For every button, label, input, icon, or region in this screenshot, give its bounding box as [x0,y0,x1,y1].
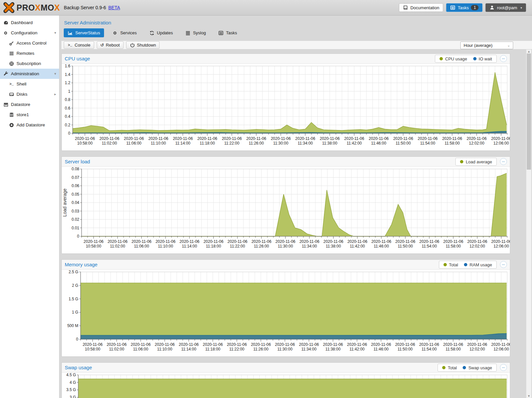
panel-header: Swap usage TotalSwap usage [62,363,510,373]
svg-text:11:02:00: 11:02:00 [109,347,124,351]
shutdown-label: Shutdown [137,43,156,48]
collapse-panel-icon[interactable] [500,261,507,268]
svg-text:11:50:00: 11:50:00 [398,244,413,249]
list-bars-icon [9,51,14,56]
svg-text:11:18:00: 11:18:00 [205,347,220,351]
tab-label: Tasks [226,30,237,35]
documentation-label: Documentation [410,5,439,10]
task-list-icon [218,30,224,36]
svg-text:11:26:00: 11:26:00 [254,244,269,249]
sidebar-item-administration[interactable]: Administration ▾ [0,69,59,79]
collapse-panel-icon[interactable] [500,364,507,371]
task-list-icon [450,5,455,10]
shutdown-button[interactable]: Shutdown [126,41,160,49]
svg-text:2020-11-06: 2020-11-06 [251,342,271,347]
svg-text:0.03: 0.03 [72,209,80,214]
power-icon [130,43,135,48]
svg-text:2020-11-06: 2020-11-06 [203,342,223,347]
sidebar-item-dashboard[interactable]: Dashboard [0,17,59,28]
tab-tasks[interactable]: Tasks [214,28,241,37]
legend-item[interactable]: CPU usage [440,56,467,61]
console-button[interactable]: >_ Console [64,41,94,49]
svg-text:12:02:00: 12:02:00 [470,244,485,249]
sidebar-item-subscription[interactable]: Subscription [0,58,59,69]
documentation-button[interactable]: Documentation [399,3,443,12]
collapse-panel-icon[interactable] [500,55,507,62]
svg-text:11:50:00: 11:50:00 [398,347,413,351]
sidebar-item-disks[interactable]: Disks ▸ [0,89,59,99]
svg-text:12:06:00: 12:06:00 [493,244,509,249]
svg-text:2020-11-06: 2020-11-06 [228,239,248,244]
legend-dot-icon [442,366,445,369]
sidebar-item-shell[interactable]: >_ Shell [0,79,59,89]
sidebar-item-store1[interactable]: store1 [0,110,59,120]
svg-text:2020-11-06: 2020-11-06 [148,136,168,141]
sidebar-item-remotes[interactable]: Remotes [0,48,59,58]
svg-text:2020-11-06: 2020-11-06 [75,136,95,141]
memory-usage-legend: TotalRAM usage [439,261,497,269]
vertical-scrollbar[interactable]: ▲ ▼ [526,50,531,398]
svg-text:1.2: 1.2 [65,81,70,85]
svg-text:11:42:00: 11:42:00 [347,141,362,146]
legend-dot-icon [473,57,477,60]
tab-services[interactable]: Services [109,28,141,37]
svg-text:11:46:00: 11:46:00 [371,141,386,146]
page-title: Server Administration [61,16,532,28]
tasks-button[interactable]: Tasks 1 [446,3,482,12]
beta-link[interactable]: BETA [108,5,120,10]
svg-text:3.5 G: 3.5 G [66,387,76,392]
wrench-icon [3,71,9,77]
svg-text:2020-11-06: 2020-11-06 [124,136,144,141]
sidebar-item-datastore[interactable]: Datastore [0,99,59,110]
svg-text:2020-11-06: 2020-11-06 [371,239,391,244]
sidebar-item-add-datastore[interactable]: Add Datastore [0,120,59,130]
svg-text:11:18:00: 11:18:00 [206,244,221,249]
terminal-icon: >_ [67,43,73,47]
svg-text:11:30:00: 11:30:00 [273,141,288,146]
reboot-button[interactable]: ↺ Reboot [97,41,124,49]
memory-usage-chart: 0500 M1 G1.5 G2 G2.5 G2020-11-0610:58:00… [62,270,510,356]
product-title: Backup Server 0.9-6 [64,5,106,10]
svg-text:11:46:00: 11:46:00 [373,347,389,351]
tab-updates[interactable]: Updates [145,28,177,37]
legend-label: CPU usage [445,56,467,61]
sidebar-item-configuration[interactable]: Configuration ▾ [0,28,59,38]
svg-text:0: 0 [76,337,78,342]
svg-text:0: 0 [77,234,79,239]
server-load-legend: Load average [455,158,497,166]
tab-serverstatus[interactable]: ServerStatus [64,28,104,37]
legend-item[interactable]: Swap usage [463,365,492,370]
svg-text:11:30:00: 11:30:00 [278,244,293,249]
legend-label: Total [448,365,457,370]
scroll-down-icon[interactable]: ▼ [526,394,531,398]
undo-arrow-icon: ↺ [100,43,104,48]
time-range-select[interactable]: Hour (average) ⌄ [460,42,513,49]
chevron-right-icon: ▸ [54,92,56,96]
svg-text:0.01: 0.01 [72,226,80,230]
svg-text:2020-11-06: 2020-11-06 [227,342,247,347]
svg-text:1.4: 1.4 [65,72,70,77]
collapse-panel-icon[interactable] [500,158,507,165]
svg-text:2020-11-06: 2020-11-06 [323,342,343,347]
plus-circle-icon [9,122,14,128]
dashboard-gauge-icon [3,20,9,25]
tab-syslog[interactable]: Syslog [181,28,210,37]
cpu-usage-chart: 00.20.40.60.811.21.41.62020-11-0610:58:0… [62,64,510,150]
svg-text:11:22:00: 11:22:00 [224,141,239,146]
svg-text:2020-11-06: 2020-11-06 [393,136,413,141]
legend-item[interactable]: IO wait [473,56,492,61]
sidebar-item-label: Access Control [17,41,47,46]
sidebar-item-access-control[interactable]: Access Control [0,38,59,48]
legend-item[interactable]: Total [443,262,458,267]
svg-text:2020-11-06: 2020-11-06 [491,239,510,244]
scroll-up-icon[interactable]: ▲ [526,50,531,53]
svg-text:2020-11-06: 2020-11-06 [395,239,415,244]
user-menu-button[interactable]: root@pam ▾ [485,3,526,12]
legend-item[interactable]: Total [442,365,457,370]
svg-text:11:54:00: 11:54:00 [422,244,437,249]
scrollbar-thumb[interactable] [527,53,531,170]
legend-item[interactable]: RAM usage [464,262,492,267]
legend-item[interactable]: Load average [460,159,492,164]
svg-text:2020-11-06: 2020-11-06 [299,342,319,347]
reboot-label: Reboot [106,43,120,48]
